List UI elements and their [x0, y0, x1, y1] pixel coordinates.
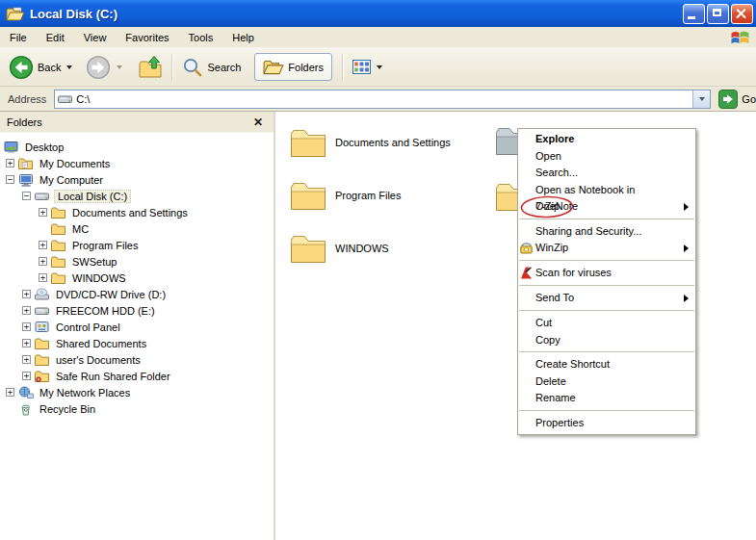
tree-item-local-disk-c[interactable]: −Local Disk (C:)	[0, 188, 274, 204]
context-menu-item-cut[interactable]: Cut	[518, 315, 695, 332]
expand-icon[interactable]: +	[39, 273, 47, 282]
tree-item-label[interactable]: SWSetup	[70, 256, 118, 268]
maximize-button[interactable]	[707, 4, 729, 24]
menu-tools[interactable]: Tools	[179, 29, 223, 46]
context-menu-item-explore[interactable]: Explore	[518, 131, 695, 148]
context-menu-item-open[interactable]: Open	[518, 148, 695, 166]
tree-item-program-files[interactable]: +Program Files	[0, 237, 274, 253]
context-menu-item-label: Properties	[535, 417, 584, 428]
expand-icon[interactable]: +	[22, 306, 31, 315]
context-menu-item-winzip[interactable]: WinZip	[518, 240, 695, 257]
context-menu-item-properties[interactable]: Properties	[518, 415, 695, 432]
views-button[interactable]	[349, 58, 386, 76]
expand-icon[interactable]: +	[39, 208, 47, 217]
tree-item-label[interactable]: Shared Documents	[54, 338, 148, 349]
tree-item-label[interactable]: MC	[70, 223, 91, 235]
menu-view[interactable]: View	[74, 29, 117, 46]
expand-icon[interactable]: +	[6, 388, 14, 397]
expand-icon[interactable]: +	[22, 355, 31, 364]
context-menu-item-label: Scan for viruses	[535, 267, 612, 278]
tree-item-control-panel[interactable]: +Control Panel	[0, 319, 274, 335]
tree-item-label[interactable]: Local Disk (C:)	[54, 190, 131, 203]
tree-item-label[interactable]: Documents and Settings	[70, 207, 190, 219]
expand-icon[interactable]: +	[22, 290, 31, 298]
context-menu-item-label: Sharing and Security...	[535, 225, 641, 237]
views-dropdown-icon[interactable]	[377, 65, 382, 69]
context-menu-item-search[interactable]: Search...	[518, 165, 695, 182]
tree-item-my-documents[interactable]: +My Documents	[0, 155, 274, 171]
collapse-icon[interactable]: −	[6, 175, 14, 184]
tree-item-label[interactable]: user's Documents	[54, 354, 143, 366]
tree-item-dvd-cd-rw-drive-d[interactable]: +DVD/CD-RW Drive (D:)	[0, 286, 274, 302]
window-title: Local Disk (C:)	[30, 7, 117, 21]
folder-tree: Desktop+My Documents−My Computer−Local D…	[0, 133, 274, 417]
context-menu-item-7-zip[interactable]: 7-Zip	[518, 198, 695, 216]
back-button[interactable]: Back	[5, 53, 76, 82]
expand-icon[interactable]: +	[6, 159, 14, 167]
context-menu-item-send-to[interactable]: Send To	[518, 290, 695, 307]
tree-item-label[interactable]: DVD/CD-RW Drive (D:)	[54, 289, 168, 300]
minimize-button[interactable]	[683, 4, 705, 24]
menu-file[interactable]: File	[0, 29, 37, 46]
search-button[interactable]: Search	[178, 55, 245, 80]
title-bar: Local Disk (C:)	[0, 0, 756, 27]
tree-item-my-network-places[interactable]: +My Network Places	[0, 384, 274, 400]
file-tile-documents-and-settings[interactable]: Documents and Settings	[290, 123, 451, 162]
context-menu-item-rename[interactable]: Rename	[518, 390, 695, 407]
tree-item-label[interactable]: Desktop	[23, 141, 65, 153]
go-button[interactable]: Go	[718, 90, 756, 109]
tree-item-label[interactable]: Recycle Bin	[38, 403, 97, 415]
expand-icon[interactable]: +	[39, 241, 47, 249]
expand-icon[interactable]: +	[22, 322, 31, 331]
tree-item-label[interactable]: Control Panel	[54, 321, 122, 333]
back-dropdown-icon[interactable]	[66, 65, 72, 69]
file-tile-windows[interactable]: WINDOWS	[290, 229, 389, 268]
expand-icon[interactable]: +	[39, 257, 47, 266]
tree-item-label[interactable]: My Computer	[38, 174, 105, 186]
context-menu-item-copy[interactable]: Copy	[518, 332, 695, 349]
address-dropdown-button[interactable]	[692, 90, 710, 108]
tree-item-label[interactable]: My Network Places	[38, 387, 132, 399]
menu-edit[interactable]: Edit	[37, 29, 74, 46]
up-button[interactable]	[134, 53, 167, 82]
address-input[interactable]: C:\	[54, 90, 711, 109]
menu-help[interactable]: Help	[222, 29, 264, 46]
tree-item-recycle-bin[interactable]: Recycle Bin	[0, 400, 274, 417]
close-button[interactable]	[731, 4, 753, 24]
context-menu-item-delete[interactable]: Delete	[518, 373, 695, 391]
expand-icon[interactable]: +	[22, 339, 31, 347]
tree-item-label[interactable]: My Documents	[38, 158, 112, 169]
collapse-icon[interactable]: −	[22, 192, 31, 200]
tree-item-safe-run-shared-folder[interactable]: +Safe Run Shared Folder	[0, 368, 274, 384]
tree-item-label[interactable]: WINDOWS	[70, 272, 128, 284]
tree-item-user-s-documents[interactable]: +user's Documents	[0, 351, 274, 368]
context-menu-item-open-as-notebook-in-onenote[interactable]: Open as Notebook in OneNote	[518, 182, 695, 199]
tree-item-freecom-hdd-e[interactable]: +FREECOM HDD (E:)	[0, 302, 274, 319]
tree-item-label[interactable]: FREECOM HDD (E:)	[54, 305, 157, 317]
tree-indent	[6, 404, 14, 413]
tree-item-windows[interactable]: +WINDOWS	[0, 270, 274, 286]
close-panel-icon[interactable]: ✕	[250, 115, 266, 130]
context-menu-item-sharing-and-security[interactable]: Sharing and Security...	[518, 223, 695, 241]
context-menu-item-create-shortcut[interactable]: Create Shortcut	[518, 356, 695, 373]
folders-button[interactable]: Folders	[254, 53, 332, 81]
tree-item-swsetup[interactable]: +SWSetup	[0, 253, 274, 270]
tree-item-mc[interactable]: MC	[0, 220, 274, 237]
tree-item-documents-and-settings[interactable]: +Documents and Settings	[0, 204, 274, 220]
folders-panel: Folders ✕ Desktop+My Documents−My Comput…	[0, 112, 275, 540]
tree-item-desktop[interactable]: Desktop	[0, 139, 274, 155]
folders-label: Folders	[288, 62, 324, 73]
back-icon	[9, 55, 34, 80]
tree-item-my-computer[interactable]: −My Computer	[0, 171, 274, 188]
menu-favorites[interactable]: Favorites	[116, 29, 178, 46]
tree-item-shared-documents[interactable]: +Shared Documents	[0, 335, 274, 351]
toolbar: Back Search Folders	[0, 48, 756, 87]
forward-button[interactable]	[82, 53, 126, 82]
file-tile-program-files[interactable]: Program Files	[290, 176, 401, 215]
tree-item-label[interactable]: Safe Run Shared Folder	[54, 371, 172, 382]
expand-icon[interactable]: +	[22, 372, 31, 380]
menu-separator	[519, 219, 694, 220]
tree-item-label[interactable]: Program Files	[70, 240, 140, 251]
context-menu-item-scan-for-viruses[interactable]: Scan for viruses	[518, 265, 695, 282]
folders-icon	[263, 58, 284, 76]
